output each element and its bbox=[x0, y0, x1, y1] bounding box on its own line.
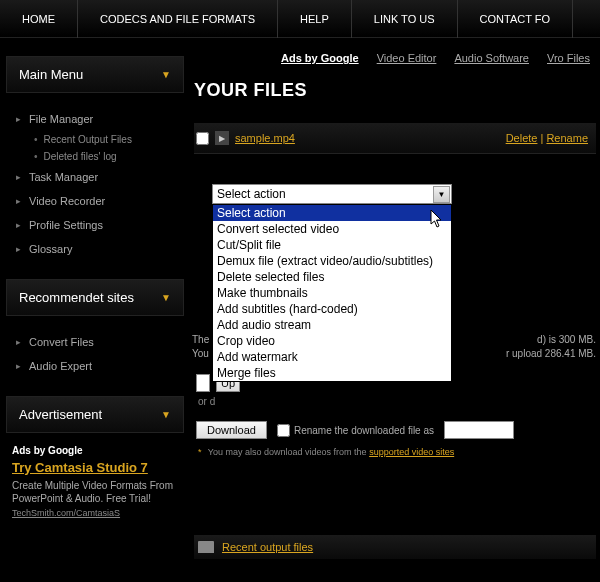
download-row: Download Rename the downloaded file as bbox=[196, 421, 596, 439]
info-text-right2: r upload 286.41 MB. bbox=[506, 348, 596, 359]
option-crop[interactable]: Crop video bbox=[213, 333, 451, 349]
option-thumbnails[interactable]: Make thumbnails bbox=[213, 285, 451, 301]
file-checkbox[interactable] bbox=[196, 132, 209, 145]
info-text-right1: d) is 300 MB. bbox=[537, 334, 596, 345]
sidebar-item-convert-files[interactable]: Convert Files bbox=[16, 330, 190, 354]
recommended-header[interactable]: Recommendet sites ▼ bbox=[6, 279, 184, 316]
info-text-prefix1: The bbox=[192, 334, 209, 345]
recommended-title: Recommendet sites bbox=[19, 290, 134, 305]
main-menu-header[interactable]: Main Menu ▼ bbox=[6, 56, 184, 93]
main-content: Ads by Google Video Editor Audio Softwar… bbox=[190, 38, 600, 573]
option-delete[interactable]: Delete selected files bbox=[213, 269, 451, 285]
main-menu-title: Main Menu bbox=[19, 67, 83, 82]
info-text-prefix2: You bbox=[192, 348, 209, 359]
sidebar-ad: Ads by Google Try Camtasia Studio 7 Crea… bbox=[0, 441, 190, 523]
sidebar-item-task-manager[interactable]: Task Manager bbox=[16, 165, 190, 189]
file-name-link[interactable]: sample.mp4 bbox=[235, 132, 295, 144]
dropdown-arrow-icon[interactable]: ▼ bbox=[433, 186, 450, 203]
ads-by-google-row: Ads by Google Video Editor Audio Softwar… bbox=[194, 52, 596, 64]
page-title: YOUR FILES bbox=[194, 80, 596, 101]
sidebar-item-video-recorder[interactable]: Video Recorder bbox=[16, 189, 190, 213]
chevron-down-icon: ▼ bbox=[161, 292, 171, 303]
option-demux[interactable]: Demux file (extract video/audio/subtitle… bbox=[213, 253, 451, 269]
action-select[interactable]: Select action ▼ bbox=[212, 184, 452, 204]
nav-help[interactable]: HELP bbox=[278, 0, 352, 38]
sidebar-item-audio-expert[interactable]: Audio Expert bbox=[16, 354, 190, 378]
advertisement-header[interactable]: Advertisement ▼ bbox=[6, 396, 184, 433]
file-row: ▶ sample.mp4 Delete | Rename bbox=[194, 123, 596, 154]
chevron-down-icon: ▼ bbox=[161, 409, 171, 420]
ad-byline: Ads by Google bbox=[12, 445, 178, 456]
option-subtitles[interactable]: Add subtitles (hard-coded) bbox=[213, 301, 451, 317]
action-select-wrap: Select action ▼ Select action Convert se… bbox=[212, 184, 452, 204]
ads-by-google-label[interactable]: Ads by Google bbox=[281, 52, 359, 64]
supported-sites-link[interactable]: supported video sites bbox=[369, 447, 454, 457]
rename-download-label: Rename the downloaded file as bbox=[277, 424, 434, 437]
option-merge[interactable]: Merge files bbox=[213, 365, 451, 381]
sidebar-item-profile-settings[interactable]: Profile Settings bbox=[16, 213, 190, 237]
sidebar: Main Menu ▼ File Manager Recent Output F… bbox=[0, 38, 190, 573]
option-audio-stream[interactable]: Add audio stream bbox=[213, 317, 451, 333]
action-dropdown: Select action Convert selected video Cut… bbox=[212, 204, 452, 382]
sidebar-item-glossary[interactable]: Glossary bbox=[16, 237, 190, 261]
ad-description: Create Multiple Video Formats From Power… bbox=[12, 479, 178, 505]
ad-link-audio-software[interactable]: Audio Software bbox=[454, 52, 529, 64]
option-watermark[interactable]: Add watermark bbox=[213, 349, 451, 365]
option-select-action[interactable]: Select action bbox=[213, 205, 451, 221]
chevron-down-icon: ▼ bbox=[161, 69, 171, 80]
nav-contact[interactable]: CONTACT FO bbox=[458, 0, 573, 38]
option-cut-split[interactable]: Cut/Split file bbox=[213, 237, 451, 253]
option-convert[interactable]: Convert selected video bbox=[213, 221, 451, 237]
nav-home[interactable]: HOME bbox=[0, 0, 78, 38]
sidebar-item-file-manager[interactable]: File Manager bbox=[16, 107, 190, 131]
or-text: or d bbox=[198, 396, 596, 407]
file-actions: Delete | Rename bbox=[506, 132, 596, 144]
recent-output-link[interactable]: Recent output files bbox=[222, 541, 313, 553]
ad-url[interactable]: TechSmith.com/CamtasiaS bbox=[12, 508, 120, 518]
play-icon[interactable]: ▶ bbox=[215, 131, 229, 145]
recent-output-row: Recent output files bbox=[194, 535, 596, 559]
rename-input[interactable] bbox=[444, 421, 514, 439]
download-button[interactable]: Download bbox=[196, 421, 267, 439]
ad-link-vro-files[interactable]: Vro Files bbox=[547, 52, 590, 64]
rename-link[interactable]: Rename bbox=[546, 132, 588, 144]
sidebar-sub-deleted-log[interactable]: Deleted files' log bbox=[16, 148, 190, 165]
nav-link-to-us[interactable]: LINK TO US bbox=[352, 0, 458, 38]
mouse-cursor-icon bbox=[430, 210, 444, 231]
nav-codecs[interactable]: CODECS AND FILE FORMATS bbox=[78, 0, 278, 38]
ad-title-link[interactable]: Try Camtasia Studio 7 bbox=[12, 460, 178, 475]
top-nav: HOME CODECS AND FILE FORMATS HELP LINK T… bbox=[0, 0, 600, 38]
footer-note: * You may also download videos from the … bbox=[198, 447, 596, 457]
rename-checkbox[interactable] bbox=[277, 424, 290, 437]
advertisement-title: Advertisement bbox=[19, 407, 102, 422]
ad-link-video-editor[interactable]: Video Editor bbox=[377, 52, 437, 64]
upload-file-input[interactable] bbox=[196, 374, 210, 392]
delete-link[interactable]: Delete bbox=[506, 132, 538, 144]
star-icon: * bbox=[198, 447, 202, 457]
folder-icon bbox=[198, 541, 214, 553]
sidebar-sub-recent-output[interactable]: Recent Output Files bbox=[16, 131, 190, 148]
select-current-value: Select action bbox=[217, 187, 286, 201]
